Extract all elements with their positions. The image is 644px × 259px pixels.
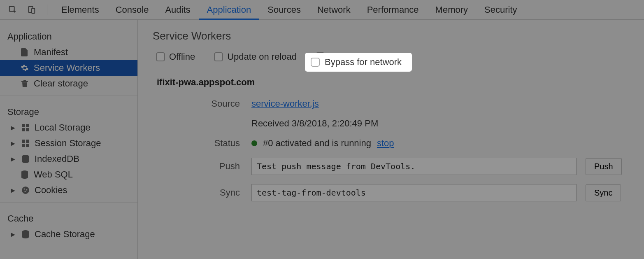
checkbox-icon	[214, 52, 223, 61]
received-text: Received 3/8/2018, 2:20:49 PM	[251, 118, 378, 129]
source-link[interactable]: service-worker.js	[251, 98, 319, 109]
status-text: #0 activated and is running	[263, 138, 371, 149]
tab-audits[interactable]: Audits	[157, 0, 198, 19]
sidebar-item-clear-storage[interactable]: Clear storage	[0, 76, 137, 91]
status-row: Status #0 activated and is running stop	[153, 138, 629, 149]
chevron-right-icon: ▶	[11, 187, 16, 194]
database-icon	[21, 229, 30, 239]
sidebar-section-application: Application	[0, 25, 137, 44]
trash-icon	[20, 79, 30, 89]
sidebar-item-label: Cookies	[35, 185, 67, 196]
sidebar-item-indexeddb[interactable]: ▶ IndexedDB	[0, 151, 137, 167]
checkbox-label: Update on reload	[227, 51, 297, 62]
sidebar-divider	[0, 96, 137, 96]
sync-row: Sync Sync	[153, 184, 629, 201]
devtools-toolbar: Elements Console Audits Application Sour…	[0, 0, 644, 20]
svg-rect-6	[26, 128, 29, 131]
cookie-icon	[21, 185, 30, 195]
sidebar-item-label: Local Storage	[35, 122, 91, 133]
bypass-for-network-highlight[interactable]: Bypass for network	[305, 53, 412, 72]
chevron-right-icon: ▶	[11, 124, 16, 131]
toolbar-separator	[47, 5, 47, 15]
update-on-reload-checkbox[interactable]: Update on reload	[211, 50, 300, 64]
sidebar-item-label: Web SQL	[34, 169, 73, 180]
gear-icon	[20, 63, 30, 73]
chevron-right-icon: ▶	[11, 231, 16, 238]
checkbox-label: Bypass for network	[325, 57, 402, 68]
checkbox-icon	[156, 52, 165, 61]
sidebar-item-label: IndexedDB	[35, 154, 79, 164]
sidebar-item-label: Manifest	[34, 47, 68, 58]
sidebar-item-cookies[interactable]: ▶ Cookies	[0, 182, 137, 198]
push-row: Push Push	[153, 158, 629, 175]
push-label: Push	[153, 161, 243, 172]
svg-rect-3	[22, 124, 25, 127]
svg-point-14	[24, 189, 25, 190]
status-dot-icon	[251, 140, 257, 146]
sidebar-item-session-storage[interactable]: ▶ Session Storage	[0, 135, 137, 151]
svg-point-13	[22, 187, 29, 194]
sidebar-section-storage: Storage	[0, 100, 137, 120]
sync-label: Sync	[153, 187, 243, 198]
sidebar-item-service-workers[interactable]: Service Workers	[0, 60, 137, 76]
received-row: Received 3/8/2018, 2:20:49 PM	[153, 118, 629, 129]
status-label: Status	[153, 138, 243, 149]
application-sidebar: Application Manifest Service Workers Cle…	[0, 20, 138, 259]
sidebar-item-manifest[interactable]: Manifest	[0, 44, 137, 60]
sidebar-item-label: Clear storage	[34, 78, 88, 89]
sidebar-item-cache-storage[interactable]: ▶ Cache Storage	[0, 226, 137, 242]
tab-memory[interactable]: Memory	[427, 0, 476, 19]
svg-rect-5	[22, 128, 25, 131]
tab-sources[interactable]: Sources	[259, 0, 309, 19]
tab-performance[interactable]: Performance	[359, 0, 427, 19]
svg-rect-10	[26, 144, 29, 147]
svg-rect-7	[22, 140, 25, 143]
svg-point-15	[26, 189, 28, 191]
tab-network[interactable]: Network	[309, 0, 359, 19]
grid-icon	[21, 138, 30, 148]
tab-security[interactable]: Security	[476, 0, 525, 19]
tab-application[interactable]: Application	[199, 0, 260, 19]
devtools-tabs: Elements Console Audits Application Sour…	[53, 0, 525, 19]
chevron-right-icon: ▶	[11, 156, 16, 162]
worker-host: ifixit-pwa.appspot.com	[157, 77, 629, 88]
checkbox-label: Offline	[169, 51, 195, 62]
sidebar-section-cache: Cache	[0, 207, 137, 226]
svg-rect-8	[26, 140, 29, 143]
device-icon[interactable]	[25, 3, 39, 17]
svg-point-16	[25, 191, 26, 192]
database-icon	[20, 170, 30, 180]
offline-checkbox[interactable]: Offline	[153, 50, 198, 64]
tab-elements[interactable]: Elements	[53, 0, 107, 19]
sync-input[interactable]	[251, 184, 577, 201]
grid-icon	[21, 123, 30, 133]
svg-rect-0	[9, 6, 14, 11]
svg-rect-9	[22, 144, 25, 147]
inspect-icon[interactable]	[6, 3, 20, 17]
svg-rect-2	[32, 8, 35, 13]
checkbox-icon	[311, 58, 320, 67]
sidebar-item-label: Cache Storage	[35, 229, 95, 240]
tab-console[interactable]: Console	[107, 0, 157, 19]
panel-title: Service Workers	[153, 30, 629, 42]
sidebar-divider	[0, 202, 137, 203]
sync-button[interactable]: Sync	[586, 184, 621, 201]
svg-rect-4	[26, 124, 29, 127]
push-input[interactable]	[251, 158, 577, 175]
source-row: Source service-worker.js	[153, 98, 629, 109]
stop-link[interactable]: stop	[377, 138, 394, 149]
sidebar-item-label: Service Workers	[34, 63, 100, 73]
database-icon	[21, 154, 30, 164]
file-icon	[20, 47, 30, 57]
sidebar-item-local-storage[interactable]: ▶ Local Storage	[0, 120, 137, 135]
chevron-right-icon: ▶	[11, 140, 16, 147]
sidebar-item-web-sql[interactable]: Web SQL	[0, 167, 137, 182]
sidebar-item-label: Session Storage	[35, 138, 101, 149]
push-button[interactable]: Push	[586, 158, 622, 175]
source-label: Source	[153, 98, 243, 109]
